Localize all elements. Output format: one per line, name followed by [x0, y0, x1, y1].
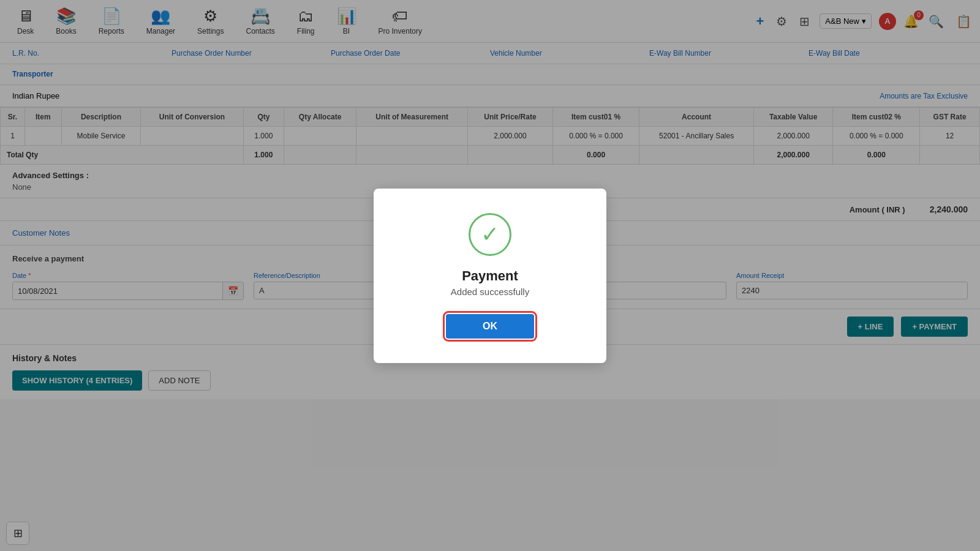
modal-title: Payment [462, 268, 518, 284]
modal-subtitle: Added successfully [451, 287, 529, 297]
success-icon-circle: ✓ [469, 213, 511, 256]
ok-button[interactable]: OK [446, 314, 534, 339]
checkmark-icon: ✓ [481, 223, 499, 246]
success-modal: ✓ Payment Added successfully OK [374, 189, 606, 363]
modal-overlay: ✓ Payment Added successfully OK [0, 0, 980, 551]
